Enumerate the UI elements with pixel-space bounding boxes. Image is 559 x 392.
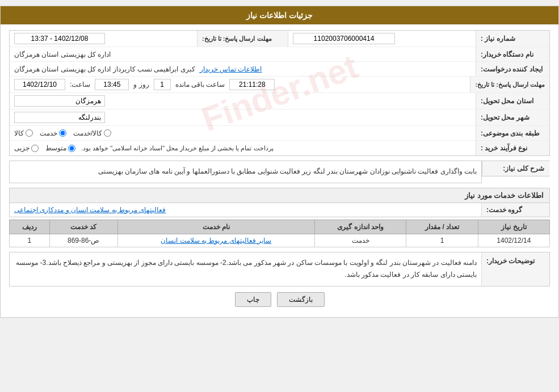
nam-dastgah-value: اداره کل بهزیستی استان هرمزگان xyxy=(10,47,476,61)
cell-code: ص-86-869 xyxy=(49,234,117,247)
nooe-radio-group: متوسط جزیی xyxy=(14,144,75,152)
cell-radif: 1 xyxy=(10,234,50,247)
radio-mote[interactable] xyxy=(68,145,75,152)
shomare-niaz-label: شماره نیاز : xyxy=(476,31,549,47)
sharh-section: شرح کلی نیاز: بابت واگذاری فعالیت ناشنوا… xyxy=(9,161,550,183)
row-mohlat: مهلت ارسال پاسخ: تا تاریخ: ساعت باقی مان… xyxy=(10,77,549,93)
grooh-row: گروه خدمت: فعالیتهای مربوط به سلامت انسا… xyxy=(9,203,550,217)
row-nam-dastgah: نام دستگاه خریدار: اداره کل بهزیستی استا… xyxy=(10,47,549,62)
row-ostan: استان محل تحویل: xyxy=(10,93,549,109)
service-name-link[interactable]: سایر فعالیتهای مربوط به سلامت انسان xyxy=(161,237,271,245)
tabaghe-radio-group: کالا/خدمت خدمت کالا xyxy=(14,129,111,137)
main-info-section: Finder.net شماره نیاز : مهلت ارسال پاسخ:… xyxy=(9,30,550,156)
col-radif: ردیف xyxy=(10,220,50,234)
page-title: جزئیات اطلاعات نیاز xyxy=(246,11,313,20)
service-table: تاریخ نیاز تعداد / مقدار واحد اندازه گیر… xyxy=(9,220,550,247)
shahr-value xyxy=(10,109,476,125)
tarikh-announce-group xyxy=(14,33,192,44)
grooh-label: گروه خدمت: xyxy=(481,203,549,217)
ijad-name: کبری ابراهیمی نسب کاربرداز اداره کل بهزی… xyxy=(14,65,195,73)
page-container: جزئیات اطلاعات نیاز Finder.net شماره نیا… xyxy=(0,6,559,318)
toseeh-section: توضیحات خریدار: دامنه فعالیت در شهرستان … xyxy=(9,252,550,286)
radio-kala-khedmat[interactable] xyxy=(104,129,111,137)
nooe-farayand-label: نوع فرآیند خرید : xyxy=(476,141,549,155)
col-code: کد خدمت xyxy=(49,220,117,234)
tabaghe-label: طبقه بندی موضوعی: xyxy=(476,126,549,140)
nooe-option-mote[interactable]: متوسط xyxy=(45,144,75,152)
ostan-input[interactable] xyxy=(14,95,105,107)
row-ijad: ایجاد کننده درخواست: اطلاعات تماس خریدار… xyxy=(10,62,549,77)
shahr-label: شهر محل تحویل: xyxy=(476,109,549,125)
cell-tarikh: 1402/12/14 xyxy=(478,234,549,247)
mohlat-group: ساعت باقی مانده روز و ساعت: xyxy=(14,79,465,90)
nooe-option-jozi[interactable]: جزیی xyxy=(14,144,39,152)
tarikh-label: مهلت ارسال پاسخ: تا تاریخ: xyxy=(197,31,288,47)
ijad-label: ایجاد کننده درخواست: xyxy=(476,62,549,76)
ostan-label: استان محل تحویل: xyxy=(476,93,549,109)
cell-name: سایر فعالیتهای مربوط به سلامت انسان xyxy=(117,234,314,247)
roz-input[interactable] xyxy=(154,79,171,90)
roz-label: روز و xyxy=(133,81,149,88)
grooh-value: فعالیتهای مربوط به سلامت انسان و مددکاری… xyxy=(10,203,481,217)
tabaghe-option-kala-khedmat[interactable]: کالا/خدمت xyxy=(73,129,111,137)
row-shahr: شهر محل تحویل: xyxy=(10,109,549,126)
khadamat-section-title: اطلاعات خدمات مورد نیاز xyxy=(9,188,550,203)
tabaghe-option-khedmat[interactable]: خدمت xyxy=(40,129,66,137)
khadamat-section: اطلاعات خدمات مورد نیاز گروه خدمت: فعالی… xyxy=(9,188,550,247)
col-tarikh: تاریخ نیاز xyxy=(478,220,549,234)
row-shomare-tarikh: شماره نیاز : مهلت ارسال پاسخ: تا تاریخ: xyxy=(10,31,549,47)
radio-kala[interactable] xyxy=(26,129,33,137)
toseeh-text: دامنه فعالیت در شهرستان بندر لنگه و اولو… xyxy=(10,252,481,286)
mohlat-label: مهلت ارسال پاسخ: تا تاریخ: xyxy=(470,77,549,92)
tarikh-announce-input[interactable] xyxy=(14,33,105,44)
ostan-value xyxy=(10,93,476,109)
tabaghe-option-kala[interactable]: کالا xyxy=(14,129,33,137)
cell-vahed: خدمت xyxy=(314,234,406,247)
tabaghe-value: کالا/خدمت خدمت کالا xyxy=(10,126,476,140)
col-tedad: تعداد / مقدار xyxy=(406,220,478,234)
ijad-value: اطلاعات تماس خریدار کبری ابراهیمی نسب کا… xyxy=(10,62,476,76)
toseeh-label: توضیحات خریدار: xyxy=(481,252,549,286)
tarikh-announce-value xyxy=(10,31,197,47)
remaining-time-input[interactable] xyxy=(229,79,275,90)
cell-tedad: 1 xyxy=(406,234,478,247)
nam-dastgah-label: نام دستگاه خریدار: xyxy=(476,47,549,61)
service-table-body: 1402/12/14 1 خدمت سایر فعالیتهای مربوط ب… xyxy=(10,234,550,247)
shomare-niaz-input[interactable] xyxy=(293,33,395,44)
row-tabaghe: طبقه بندی موضوعی: کالا/خدمت خدمت xyxy=(10,126,549,141)
table-row: 1402/12/14 1 خدمت سایر فعالیتهای مربوط ب… xyxy=(10,234,550,247)
bazgasht-button[interactable]: بازگشت xyxy=(277,292,325,307)
content-area: Finder.net شماره نیاز : مهلت ارسال پاسخ:… xyxy=(1,24,558,317)
row-nooe-farayand: نوع فرآیند خرید : پرداخت تمام یا بخشی از… xyxy=(10,141,549,155)
col-vahed: واحد اندازه گیری xyxy=(314,220,406,234)
date-input[interactable] xyxy=(14,79,65,90)
contact-link[interactable]: اطلاعات تماس خریدار xyxy=(200,65,262,73)
chap-button[interactable]: چاپ xyxy=(235,292,271,307)
remaining-label: ساعت باقی مانده xyxy=(175,81,225,88)
ijad-group: اطلاعات تماس خریدار کبری ابراهیمی نسب کا… xyxy=(14,65,471,73)
saat-input[interactable] xyxy=(95,79,129,90)
nooe-subtype-row: پرداخت تمام یا بخشی از مبلغ خریداز محل "… xyxy=(14,144,471,152)
page-header: جزئیات اطلاعات نیاز xyxy=(1,6,558,24)
buttons-row: بازگشت چاپ xyxy=(9,292,550,307)
shahr-input[interactable] xyxy=(14,112,105,123)
grooh-value-link[interactable]: فعالیتهای مربوط به سلامت انسان و مددکاری… xyxy=(14,206,166,214)
radio-jozi[interactable] xyxy=(31,145,39,152)
sharh-label: شرح کلی نیاز: xyxy=(482,161,550,176)
nooe-farayand-value: پرداخت تمام یا بخشی از مبلغ خریداز محل "… xyxy=(10,141,476,155)
saat-label: ساعت: xyxy=(70,81,90,88)
sharh-text: بابت واگذاری فعالیت ناشنوایی نوزادان شهر… xyxy=(9,161,482,183)
mohlat-value: ساعت باقی مانده روز و ساعت: xyxy=(10,77,470,92)
radio-khedmat[interactable] xyxy=(59,129,66,137)
table-header-row: تاریخ نیاز تعداد / مقدار واحد اندازه گیر… xyxy=(10,220,550,234)
col-name: نام خدمت xyxy=(117,220,314,234)
shomare-niaz-value xyxy=(288,31,476,47)
payment-note: پرداخت تمام یا بخشی از مبلغ خریداز محل "… xyxy=(81,145,274,152)
